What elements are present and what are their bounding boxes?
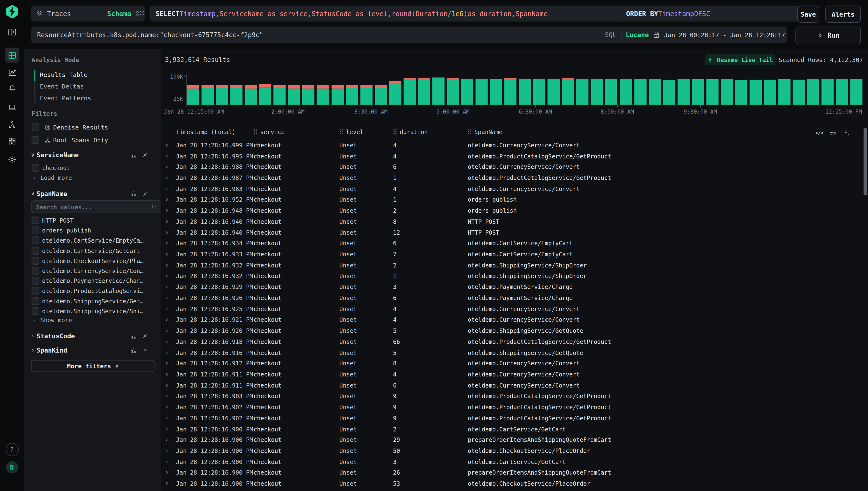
row-expand-chevron[interactable]: ›: [165, 393, 169, 400]
table-row[interactable]: ›Jan 28 12:28:16.900 PMcheckoutUnset2ote…: [160, 424, 862, 434]
histogram-bar[interactable]: [649, 78, 661, 105]
row-expand-chevron[interactable]: ›: [165, 480, 169, 487]
user-avatar[interactable]: D: [6, 461, 18, 473]
row-expand-chevron[interactable]: ›: [165, 414, 169, 422]
section-spankind[interactable]: › SpanKind: [31, 346, 156, 354]
row-expand-chevron[interactable]: ›: [165, 218, 169, 225]
checkbox[interactable]: [32, 247, 39, 254]
row-expand-chevron[interactable]: ›: [165, 272, 169, 280]
histogram-bar[interactable]: [403, 78, 416, 105]
table-row[interactable]: ›Jan 28 12:28:16.918 PMcheckoutUnset66ot…: [160, 336, 862, 347]
alerts-bell-icon[interactable]: [7, 84, 17, 93]
table-row[interactable]: ›Jan 28 12:28:16.903 PMcheckoutUnset9ote…: [160, 391, 862, 402]
table-row[interactable]: ›Jan 28 12:28:16.983 PMcheckoutUnset4ote…: [160, 183, 862, 194]
view-source-icon[interactable]: </>: [815, 129, 823, 136]
histogram-bar[interactable]: [259, 84, 271, 105]
spanname-option[interactable]: oteldemo.CurrencyService/Con…: [32, 267, 156, 275]
settings-gear-icon[interactable]: [7, 155, 17, 164]
histogram-bar[interactable]: [576, 79, 589, 105]
table-row[interactable]: ›Jan 28 12:28:16.933 PMcheckoutUnset7ote…: [160, 249, 862, 259]
root-spans-checkbox[interactable]: [32, 136, 39, 144]
wrap-lines-icon[interactable]: [829, 129, 836, 136]
histogram-bar[interactable]: [692, 79, 704, 105]
spanname-show-more[interactable]: ›Show more: [33, 317, 72, 323]
spanname-option[interactable]: orders publish: [32, 227, 156, 234]
table-row[interactable]: ›Jan 28 12:28:16.920 PMcheckoutUnset5ote…: [160, 325, 862, 336]
histogram-bar[interactable]: [230, 84, 243, 105]
drag-handle-icon[interactable]: [253, 129, 258, 135]
table-row[interactable]: ›Jan 28 12:28:16.900 PMcheckoutUnset29pr…: [160, 434, 862, 445]
column-header-duration[interactable]: duration: [393, 128, 428, 135]
section-servicename[interactable]: ∨ ServiceName: [31, 150, 156, 159]
row-expand-chevron[interactable]: ›: [165, 403, 169, 411]
table-row[interactable]: ›Jan 28 12:28:16.940 PMcheckoutUnset8HTT…: [160, 216, 862, 227]
table-row[interactable]: ›Jan 28 12:28:16.987 PMcheckoutUnset1ote…: [160, 172, 862, 183]
table-row[interactable]: ›Jan 28 12:28:16.999 PMcheckoutUnset4ote…: [160, 140, 862, 150]
histogram-bar[interactable]: [317, 85, 329, 105]
histogram-bar[interactable]: [346, 85, 358, 105]
row-expand-chevron[interactable]: ›: [165, 141, 169, 149]
column-header-timestamp[interactable]: Timestamp (Local): [176, 128, 236, 135]
histogram-bar[interactable]: [533, 79, 545, 105]
histogram-bar[interactable]: [764, 79, 776, 105]
filter-root-spans-only[interactable]: Root Spans Only: [32, 136, 156, 144]
column-chart-icon[interactable]: [130, 151, 137, 158]
row-expand-chevron[interactable]: ›: [165, 469, 169, 476]
histogram-bar[interactable]: [706, 79, 719, 105]
row-expand-chevron[interactable]: ›: [165, 163, 169, 171]
denoise-checkbox[interactable]: [32, 123, 39, 131]
histogram-bar[interactable]: [793, 79, 805, 105]
histogram[interactable]: [187, 73, 864, 105]
alerts-button[interactable]: Alerts: [825, 5, 861, 23]
histogram-bar[interactable]: [605, 79, 618, 105]
histogram-bar[interactable]: [547, 78, 560, 105]
more-filters-button[interactable]: More filters∨: [31, 360, 154, 372]
row-expand-chevron[interactable]: ›: [165, 338, 169, 345]
table-row[interactable]: ›Jan 28 12:28:16.988 PMcheckoutUnset6ote…: [160, 161, 862, 172]
histogram-bar[interactable]: [288, 85, 300, 105]
row-expand-chevron[interactable]: ›: [165, 251, 169, 258]
pin-icon[interactable]: [142, 347, 149, 353]
query-settings-gear-icon[interactable]: [138, 9, 146, 17]
row-expand-chevron[interactable]: ›: [165, 360, 169, 367]
collapse-sidebar-icon[interactable]: [7, 28, 17, 37]
column-chart-icon[interactable]: [130, 333, 137, 339]
table-row[interactable]: ›Jan 28 12:28:16.921 PMcheckoutUnset4ote…: [160, 314, 862, 325]
checkbox[interactable]: [32, 267, 39, 275]
resume-live-tail-button[interactable]: Resume Live Tail: [705, 54, 775, 65]
table-row[interactable]: ›Jan 28 12:28:16.932 PMcheckoutUnset2ote…: [160, 260, 862, 270]
table-row[interactable]: ›Jan 28 12:28:16.926 PMcheckoutUnset6ote…: [160, 292, 862, 303]
servicename-option-checkout[interactable]: checkout: [32, 164, 156, 172]
row-expand-chevron[interactable]: ›: [165, 349, 169, 356]
row-expand-chevron[interactable]: ›: [165, 327, 169, 334]
table-row[interactable]: ›Jan 28 12:28:16.940 PMcheckoutUnset12HT…: [160, 227, 862, 238]
checkbox[interactable]: [32, 287, 39, 295]
spanname-option[interactable]: oteldemo.CartService/EmptyCa…: [32, 237, 156, 244]
download-icon[interactable]: [842, 129, 850, 136]
column-header-service[interactable]: service: [253, 128, 285, 135]
order-by-input[interactable]: ORDER BY Timestamp DESC: [620, 5, 799, 22]
spanname-option[interactable]: HTTP POST: [32, 216, 156, 224]
histogram-bar[interactable]: [721, 79, 733, 105]
column-header-spanname[interactable]: SpanName: [468, 128, 503, 135]
analysis-mode-event-patterns[interactable]: Event Patterns: [40, 95, 91, 103]
checkbox[interactable]: [32, 164, 39, 172]
histogram-bar[interactable]: [331, 85, 343, 105]
checkbox[interactable]: [32, 237, 39, 244]
filter-denoise-results[interactable]: Denoise Results: [32, 123, 156, 131]
row-expand-chevron[interactable]: ›: [165, 294, 169, 301]
histogram-bar[interactable]: [677, 79, 690, 105]
histogram-bar[interactable]: [620, 79, 632, 105]
table-row[interactable]: ›Jan 28 12:28:16.911 PMcheckoutUnset4ote…: [160, 369, 862, 380]
checkbox[interactable]: [32, 257, 39, 264]
histogram-bar[interactable]: [663, 80, 675, 105]
histogram-bar[interactable]: [519, 79, 531, 105]
checkbox[interactable]: [32, 277, 39, 285]
table-row[interactable]: ›Jan 28 12:28:16.948 PMcheckoutUnset2ord…: [160, 205, 862, 216]
column-header-level[interactable]: level: [339, 128, 363, 135]
row-expand-chevron[interactable]: ›: [165, 152, 169, 160]
checkbox[interactable]: [32, 227, 39, 234]
table-row[interactable]: ›Jan 28 12:28:16.900 PMcheckoutUnset3ote…: [160, 456, 862, 467]
table-row[interactable]: ›Jan 28 12:28:16.902 PMcheckoutUnset9ote…: [160, 412, 862, 423]
table-row[interactable]: ›Jan 28 12:28:16.900 PMcheckoutUnset26pr…: [160, 467, 862, 478]
